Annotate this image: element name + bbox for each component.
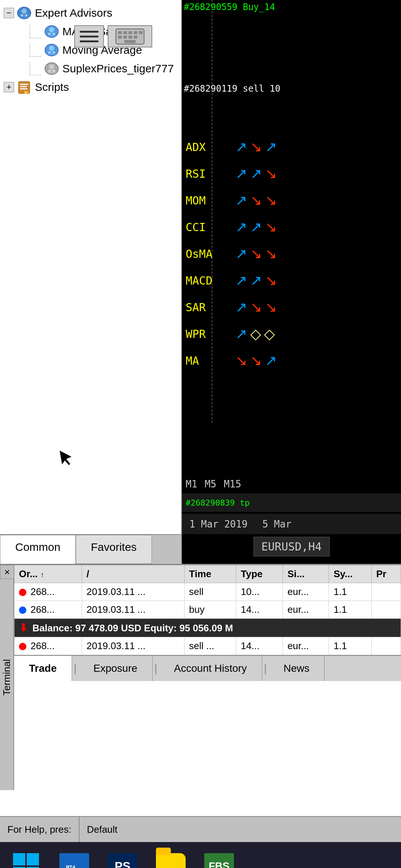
tree-suplex[interactable]: SuplexPrices_tiger777 [0,59,181,78]
cell-type-1: sell [185,583,236,601]
mouse-cursor [58,446,76,472]
tab-trade[interactable]: Trade [14,656,72,681]
ind-adx: ADX ↗ ↘ ↗ [182,134,401,160]
cell-time-3: 2019.03.11 ... [82,637,184,655]
ind-wpr-name: WPR [186,328,234,341]
table-row: 268... 2019.03.11 ... sell 10... eur... … [14,583,401,601]
dashed-connector-2 [30,43,41,57]
buy-dot-1 [19,606,26,614]
chart-mid-text: #268290119 sell 10 [182,82,282,96]
taskbar-mt4-button[interactable]: MT4 [56,849,93,868]
macd-arrow-2: ↗ [250,272,262,289]
keyboard-svg [115,28,145,45]
cell-order-3: 268... [14,637,82,655]
indicator-table: ADX ↗ ↘ ↗ RSI ↗ ↗ ↘ MOM ↗ ↘ ↘ CCI ↗ ↗ [182,134,401,374]
svg-rect-28 [48,70,56,73]
tree-scripts[interactable]: + Scripts [0,78,181,96]
sell-dot-1 [19,589,26,596]
taskbar-powershell-button[interactable]: PS [104,849,141,868]
chart-bottom-bar: #268290839 tp [182,493,401,512]
mt4-svg: MT4 [63,856,85,868]
rsi-arrow-2: ↗ [250,165,262,182]
ind-mom-name: MOM [186,194,234,207]
balance-icon: ⬇ [19,622,27,634]
ps-icon: PS [108,853,137,868]
tab-sep-1: | [72,656,79,681]
svg-point-29 [49,70,50,72]
svg-point-30 [53,70,55,72]
svg-point-19 [49,33,50,34]
taskbar-fbs-button[interactable]: FBS [200,849,238,868]
svg-rect-23 [48,51,56,55]
tf-m15[interactable]: M15 [224,479,241,490]
status-bar: For Help, pres: Default [0,816,401,842]
adx-arrow-3: ↗ [265,139,277,155]
balance-row: ⬇ Balance: 97 478.09 USD Equity: 95 056.… [14,619,401,637]
terminal-close-button[interactable]: × [0,565,14,579]
svg-rect-8 [128,36,132,39]
ind-sar: SAR ↗ ↘ ↘ [182,294,401,320]
sar-arrow-2: ↘ [250,299,262,315]
tab-common[interactable]: Common [0,535,76,564]
tree-expert-advisors[interactable]: − Expert Advisors [0,4,181,22]
date-2: 5 Mar [255,519,299,530]
svg-point-20 [53,33,55,34]
dashed-connector-3 [30,62,41,75]
svg-text:MT4: MT4 [66,864,75,868]
tab-sep-3: | [262,656,269,681]
svg-marker-36 [59,448,74,467]
hamburger-line-3 [80,40,98,42]
cell-type-2: buy [185,601,236,619]
tab-news[interactable]: News [268,656,325,681]
svg-point-25 [53,52,55,53]
wpr-arrow-1: ↗ [235,326,247,342]
terminal-section: × Terminal Or... ↑ / Time Type Si. [0,564,401,816]
sar-arrow-3: ↘ [265,299,277,315]
tab-favorites[interactable]: Favorites [76,535,152,564]
tab-sep-2: | [153,656,159,681]
svg-point-22 [49,46,54,51]
svg-rect-10 [124,40,136,43]
ind-ma-name: MA [186,354,234,367]
terminal-side-label: Terminal [1,655,13,699]
adx-arrow-1: ↗ [235,139,247,155]
ind-macd: MACD ↗ ↗ ↘ [182,267,401,294]
ind-rsi-name: RSI [186,167,234,180]
col-symbol: Sy... [329,565,372,583]
svg-point-14 [21,14,23,16]
tf-m1[interactable]: M1 [186,479,197,490]
osma-arrow-2: ↘ [250,246,262,262]
rsi-arrow-1: ↗ [235,165,247,182]
tab-account-history[interactable]: Account History [159,656,262,681]
ma-arrow-3: ↗ [265,352,277,369]
suplex-icon [44,62,59,76]
svg-rect-1 [118,31,122,34]
expand-ea[interactable]: − [4,8,14,18]
svg-point-17 [49,27,54,32]
mom-arrow-3: ↘ [265,192,277,208]
tf-m5[interactable]: M5 [205,479,216,490]
navigator-panel: − Expert Advisors [0,0,182,564]
svg-point-15 [26,14,27,16]
expand-scripts[interactable]: + [4,82,14,92]
col-order: Or... ↑ [14,565,82,583]
ea-folder-icon [16,6,32,20]
tab-exposure[interactable]: Exposure [79,656,153,681]
cell-extra-2 [372,601,401,619]
keyboard-icon[interactable] [108,25,152,47]
chart-symbol[interactable]: EURUSD,H4 [254,537,330,556]
ind-cci-name: CCI [186,221,234,234]
cell-price-3: 1.1 [329,637,372,655]
ind-ma: MA ↘ ↘ ↗ [182,347,401,374]
cci-arrow-1: ↗ [235,219,247,235]
dashed-connector-1 [30,25,41,38]
taskbar-files-button[interactable] [152,849,189,868]
taskbar-windows-button[interactable] [7,849,45,868]
terminal-orders-table: Or... ↑ / Time Type Si... Sy... Pr [14,565,401,655]
chart-top-text: #268290559 Buy_14 [182,0,277,14]
svg-rect-9 [134,36,137,39]
hamburger-menu[interactable] [74,25,104,47]
sell-dot-2 [19,643,26,650]
macd-icon [44,24,59,39]
ind-wpr: WPR ↗ ◇ ◇ [182,320,401,347]
